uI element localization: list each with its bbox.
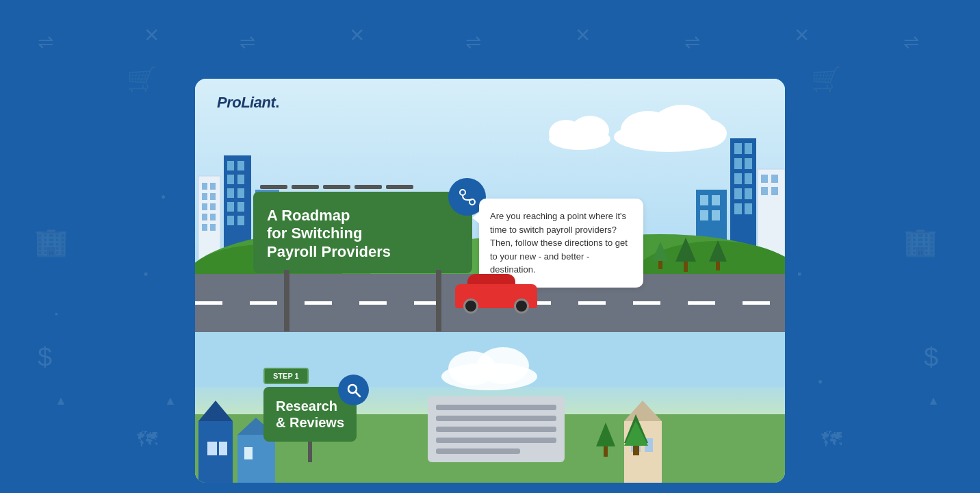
billboard-line2: for Switching — [267, 225, 362, 242]
tree-bottom-2 — [596, 422, 615, 457]
text-line-4 — [436, 438, 556, 443]
svg-rect-19 — [227, 161, 234, 170]
svg-rect-39 — [745, 158, 752, 169]
search-icon-circle — [338, 375, 369, 405]
red-car — [455, 277, 537, 315]
svg-rect-50 — [771, 187, 778, 195]
bg-building-2: 🏢 — [903, 226, 938, 258]
logo-text: ProLiant — [217, 94, 275, 111]
svg-marker-73 — [709, 240, 727, 262]
svg-rect-36 — [734, 143, 742, 154]
bg-triangle-3: ▲ — [927, 394, 940, 408]
step-sign-post — [308, 442, 312, 462]
svg-rect-84 — [219, 442, 227, 455]
bottom-section: STEP 1 Research & Reviews — [195, 332, 785, 483]
bottom-cloud — [435, 342, 544, 390]
bg-dot-1: ● — [161, 192, 166, 201]
svg-point-6 — [571, 116, 609, 146]
svg-rect-70 — [658, 260, 662, 269]
bg-icon-6: ✕ — [575, 24, 591, 47]
bg-icon-5: ⇌ — [465, 31, 481, 53]
svg-marker-96 — [596, 422, 615, 446]
svg-rect-41 — [745, 173, 752, 184]
car-wheel-right — [514, 299, 529, 314]
svg-rect-37 — [745, 143, 752, 154]
svg-rect-47 — [761, 175, 768, 183]
bg-map-2: 🗺 — [821, 428, 842, 451]
billboard-post-left — [284, 270, 289, 331]
search-icon — [346, 383, 361, 398]
billboard-detail-1 — [260, 185, 287, 189]
bg-map-1: 🗺 — [137, 428, 157, 451]
speech-bubble-text: Are you reaching a point where it's time… — [490, 211, 628, 275]
text-line-1 — [436, 405, 556, 410]
svg-marker-69 — [675, 238, 696, 262]
svg-rect-8 — [202, 183, 207, 190]
billboard-line1: A Roadmap — [267, 207, 350, 224]
svg-rect-9 — [210, 183, 216, 190]
bg-dollar-1: $ — [38, 342, 52, 372]
bg-square-1: ▪ — [144, 267, 148, 281]
bg-triangle-1: ▲ — [55, 394, 67, 408]
svg-rect-48 — [771, 175, 778, 183]
tree-bottom-1 — [624, 414, 648, 455]
billboard-detail-3 — [323, 185, 350, 189]
logo-dot: . — [275, 94, 279, 111]
bg-building-1: 🏢 — [34, 226, 68, 258]
svg-rect-38 — [734, 158, 742, 169]
bg-icon-2: ✕ — [144, 24, 159, 47]
text-line-2 — [436, 416, 556, 421]
svg-marker-71 — [652, 242, 669, 261]
svg-rect-22 — [237, 175, 244, 184]
bg-icon-7: ⇌ — [684, 31, 700, 53]
cloud-2 — [545, 113, 614, 151]
step1-badge: STEP 1 — [263, 368, 309, 384]
tree-right-2 — [652, 242, 669, 269]
billboard-post-right — [436, 270, 441, 331]
svg-point-79 — [477, 347, 529, 384]
svg-rect-83 — [207, 442, 217, 455]
billboard-container: A Roadmap for Switching Payroll Provider… — [253, 185, 472, 273]
car-wheel-left — [463, 299, 478, 314]
svg-marker-94 — [624, 421, 648, 446]
svg-rect-21 — [227, 175, 234, 184]
billboard-detail-4 — [354, 185, 382, 189]
bg-icon-9: ⇌ — [903, 31, 919, 53]
svg-rect-49 — [761, 187, 768, 195]
bg-icon-3: ⇌ — [240, 31, 255, 53]
svg-rect-40 — [734, 173, 742, 184]
text-board — [428, 396, 565, 462]
svg-rect-72 — [716, 260, 720, 270]
text-line-3 — [436, 427, 556, 432]
bg-dollar-2: $ — [924, 342, 938, 372]
svg-rect-87 — [244, 447, 253, 459]
svg-rect-20 — [237, 161, 244, 170]
bg-icon-1: ⇌ — [38, 31, 53, 53]
step1-sign-container: STEP 1 Research & Reviews — [263, 368, 357, 462]
billboard-detail-2 — [292, 185, 319, 189]
bg-square-2: ▪ — [55, 308, 58, 319]
svg-marker-82 — [198, 401, 233, 421]
bg-icon-4: ✕ — [349, 24, 365, 47]
billboard-detail-5 — [386, 185, 413, 189]
billboard-title: A Roadmap for Switching Payroll Provider… — [267, 207, 459, 261]
billboard-line3: Payroll Providers — [267, 243, 391, 260]
top-section: ProLiant. — [195, 79, 785, 332]
billboard-support — [253, 185, 472, 189]
bg-square-3: ▪ — [797, 267, 801, 281]
svg-point-74 — [460, 190, 465, 195]
text-line-5 — [436, 448, 520, 454]
bg-icon-8: ✕ — [794, 24, 810, 47]
step1-line1: Research — [276, 398, 344, 414]
tree-right-3 — [709, 240, 727, 270]
step1-badge-text: STEP 1 — [273, 372, 299, 380]
bg-cart-2: 🛒 — [811, 65, 842, 94]
step1-line2: & Reviews — [276, 414, 344, 431]
bg-triangle-2: ▲ — [164, 394, 177, 408]
bg-cart-1: 🛒 — [127, 65, 157, 94]
bg-dot-2: ● — [818, 377, 823, 386]
route-icon — [458, 188, 477, 207]
step1-sign: Research & Reviews — [263, 387, 357, 442]
svg-line-98 — [355, 392, 360, 396]
main-card: ProLiant. — [195, 79, 785, 483]
